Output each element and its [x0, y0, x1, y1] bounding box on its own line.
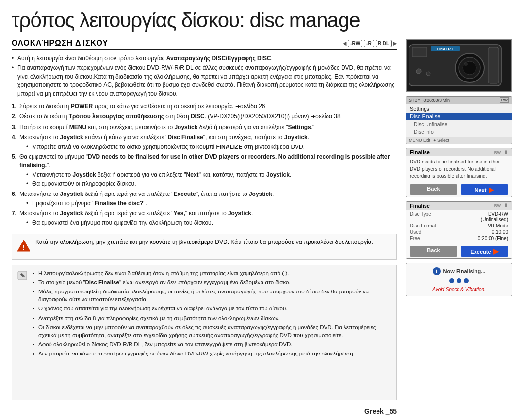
section-title: ΟΛΟΚΛΉΡΩΣΗ ΔΊΣΚΟΥ [12, 39, 108, 48]
intro-bullets: Αυτή η λειτουργία είναι διαθέσιμη στον τ… [12, 54, 397, 99]
disc-used-label: Used [410, 229, 449, 235]
menu-item-disc-unfinalise[interactable]: Disc Unfinalise [406, 120, 512, 128]
nav-select-label: ● Select [433, 138, 449, 143]
step-3: 3. Πατήστε το κουμπί MENU και, στη συνέχ… [12, 123, 397, 131]
disc-icons-group: ◀ -RW -R R DL ▶ [343, 40, 397, 47]
finalising-panel: i Now Finalising... Avoid Shock & Vibrat… [406, 263, 512, 296]
screen-settings-panel: STBY 0:26:00/3 Min RW Settings Disc Fina… [406, 96, 512, 144]
disc-format-label: Disc Format [410, 223, 449, 228]
disc-icon-r: -R [364, 40, 374, 47]
note-1: Η λειτουργίαολοκλήρωσης δεν είναι διαθέσ… [33, 269, 392, 277]
svg-text:FINALIZE: FINALIZE [437, 47, 455, 51]
note-list: Η λειτουργίαολοκλήρωσης δεν είναι διαθέσ… [33, 269, 392, 359]
note-7: Αφού ολοκληρωθεί ο δίσκος DVD-R/R DL, δε… [33, 340, 392, 348]
page-number: Greek _55 [364, 407, 397, 415]
back-button-2[interactable]: Back [410, 246, 457, 257]
disc-info-free: Free 0:20:00 (Fine) [410, 236, 508, 241]
menu-item-disc-finalise[interactable]: Disc Finalise [406, 113, 512, 120]
disc-icon-wrapper: ◀ [343, 40, 346, 47]
page-container: τρόπος λειτουργίας δίσκου: disc manage Ο… [0, 0, 524, 420]
disc-icon-rw: -RW [348, 40, 362, 47]
panel1-pause-icon: ⏸ [504, 150, 508, 155]
screen-status-stby: STBY [409, 98, 421, 103]
step-5: 5. Θα εμφανιστεί το μήνυμα "DVD needs to… [12, 153, 397, 188]
dot-3 [464, 278, 469, 283]
step-1: 1. Σύρετε το διακόπτη POWER προς τα κάτω… [12, 102, 397, 111]
finalise-panel-2: Finalise RW ⏸ Disc Type DVD-RW(Unfinalis… [406, 201, 512, 259]
disc-format-value: VR Mode [449, 223, 508, 228]
note-box: ✎ Η λειτουργίαολοκλήρωσης δεν είναι διαθ… [12, 265, 397, 400]
screen-topbar-1: STBY 0:26:00/3 Min RW [406, 97, 512, 104]
svg-point-14 [426, 72, 430, 76]
dot-2 [457, 278, 461, 283]
disc-info-used: Used 0:10:00 [410, 229, 508, 235]
disc-type-label: Disc Type [410, 211, 449, 222]
step-5-sub-2: Θα εμφανιστούν οι πληροφορίες δίσκου. [26, 180, 397, 188]
note-3: Μόλις πραγματοποιηθεί η διαδικασία ολοκλ… [33, 288, 392, 303]
step-2: 2. Θέστε το διακόπτη Τρόπου λειτουργίας … [12, 113, 397, 121]
disc-info-format: Disc Format VR Mode [410, 223, 508, 228]
disc-type-value: DVD-RW(Unfinalised) [449, 211, 508, 222]
finalising-warning: Avoid Shock & Vibration. [432, 287, 486, 292]
warning-text: Κατά την ολοκλήρωση, μην χτυπάτε και μην… [35, 238, 373, 246]
panel2-rw-icon: RW [493, 203, 502, 208]
finalise-panel-1-title: Finalise [410, 149, 430, 155]
finalise-panel-2-header: Finalise RW ⏸ [406, 202, 512, 210]
svg-rect-9 [412, 47, 427, 57]
screen-icon-rw: RW [500, 97, 509, 103]
back-button-1[interactable]: Back [410, 184, 457, 195]
step-5-sub-1: Μετακινήστε το Joystick δεξιά ή αριστερά… [26, 171, 397, 179]
menu-item-settings[interactable]: Settings [406, 105, 512, 113]
menu-item-disc-info[interactable]: Disc Info [406, 128, 512, 136]
steps-list: 1. Σύρετε το διακόπτη POWER προς τα κάτω… [12, 102, 397, 229]
disc-info-type: Disc Type DVD-RW(Unfinalised) [410, 211, 508, 222]
svg-point-13 [416, 69, 421, 74]
svg-rect-12 [488, 47, 499, 83]
screen-nav-bar: MENU Exit ● Select [406, 137, 512, 144]
svg-point-8 [464, 62, 468, 66]
disc-icon-close: ▶ [393, 40, 397, 47]
step-6-sub-1: Εμφανίζεται το μήνυμα "Finalise the disc… [26, 199, 397, 208]
bullet-1: Αυτή η λειτουργία είναι διαθέσιμη στον τ… [12, 54, 397, 63]
note-4: Ο χρόνος που απαιτείται για την ολοκλήρω… [33, 305, 392, 312]
disc-icon-rdl: R DL [376, 40, 392, 47]
warning-box: ! Κατά την ολοκλήρωση, μην χτυπάτε και μ… [12, 234, 397, 260]
svg-text:!: ! [22, 243, 25, 251]
step-5-subs: Μετακινήστε το Joystick δεξιά ή αριστερά… [19, 171, 397, 188]
dot-1 [449, 278, 454, 283]
step-7-sub-1: Θα εμφανιστεί ένα μήνυμα που εμφανίζει τ… [26, 219, 397, 227]
bullet-2: Για αναπαραγωγή των περιεχομένων ενός δί… [12, 64, 397, 98]
main-layout: ΟΛΟΚΛΉΡΩΣΗ ΔΊΣΚΟΥ ◀ -RW -R R DL ▶ Αυτή η… [12, 39, 512, 415]
finalising-header: i Now Finalising... [433, 267, 486, 275]
finalising-text: Now Finalising... [443, 268, 486, 274]
finalise-panel-1-icons: RW ⏸ [493, 150, 508, 155]
page-title: τρόπος λειτουργίας δίσκου: disc manage [12, 9, 512, 32]
finalise-panel-1-body: DVD needs to be finalised for use in oth… [406, 156, 512, 182]
disc-used-value: 0:10:00 [449, 229, 508, 235]
info-circle-icon: i [433, 267, 441, 275]
finalise-panel-1-header: Finalise RW ⏸ [406, 148, 512, 156]
disc-info-table: Disc Type DVD-RW(Unfinalised) Disc Forma… [406, 210, 512, 244]
section-header: ΟΛΟΚΛΉΡΩΣΗ ΔΊΣΚΟΥ ◀ -RW -R R DL ▶ [12, 39, 397, 50]
disc-free-value: 0:20:00 (Fine) [449, 236, 508, 241]
next-button-1[interactable]: Next ▶ [461, 184, 508, 195]
finalise-panel-2-buttons: Back Execute ▶ [406, 244, 512, 258]
step-7: 7. Μετακινήστε το Joystick δεξιά ή αριστ… [12, 210, 397, 227]
cursor-arrow-2: ▶ [493, 247, 499, 255]
step-6: 6. Μετακινήστε το Joystick δεξιά ή αριστ… [12, 190, 397, 208]
warning-icon: ! [17, 239, 31, 256]
finalise-panel-1: Finalise RW ⏸ DVD needs to be finalised … [406, 148, 512, 197]
step-4-sub-1: Μπορείτε απλά να ολοκληρώσετε το δίσκο χ… [26, 143, 397, 151]
camera-image: FINALIZE FINALIZE [406, 39, 512, 92]
screen-menu-list: Settings Disc Finalise Disc Unfinalise D… [406, 104, 512, 137]
step-6-subs: Εμφανίζεται το μήνυμα "Finalise the disc… [19, 199, 397, 208]
screen-status-left: STBY 0:26:00/3 Min [409, 98, 498, 103]
note-8: Δεν μπορείτε να κάνετε περαιτέρω εγγραφέ… [33, 350, 392, 357]
page-footer: Greek _55 [12, 404, 397, 415]
cursor-arrow-1: ▶ [489, 186, 494, 194]
step-4: 4. Μετακινήστε το Joystick επάνω ή κάτω … [12, 133, 397, 151]
execute-button[interactable]: Execute ▶ [461, 246, 508, 257]
note-6: Οι δίσκοι ενδέχεται να μην μπορούν να αν… [33, 323, 392, 339]
nav-menu-label: MENU Exit [409, 138, 430, 143]
finalise-panel-2-title: Finalise [410, 203, 430, 209]
